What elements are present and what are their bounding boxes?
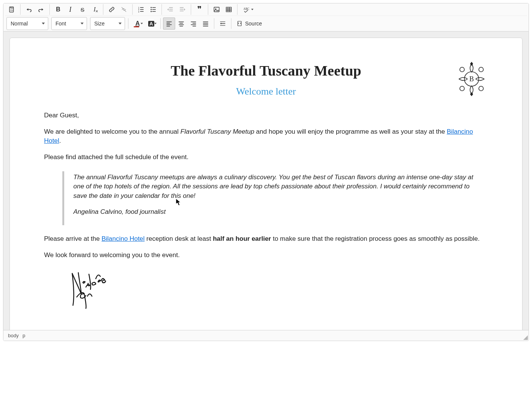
document-subtitle[interactable]: Welcome letter <box>44 86 488 97</box>
svg-rect-13 <box>152 9 156 10</box>
svg-rect-35 <box>179 24 184 25</box>
arrival-paragraph[interactable]: Please arrive at the Bilancino Hotel rec… <box>44 234 488 244</box>
font-size-value: Size <box>94 21 104 27</box>
svg-point-50 <box>479 67 483 72</box>
svg-rect-21 <box>214 7 219 12</box>
bulleted-list-button[interactable] <box>147 3 159 16</box>
arrival-text-1: Please arrive at the <box>44 235 101 242</box>
svg-rect-15 <box>169 7 173 8</box>
outdent-button[interactable] <box>164 3 176 16</box>
svg-rect-46 <box>220 25 225 26</box>
svg-rect-37 <box>191 22 196 22</box>
spellcheck-button[interactable]: ABC <box>240 3 255 16</box>
svg-rect-38 <box>193 23 196 24</box>
svg-rect-43 <box>203 24 208 25</box>
align-right-button[interactable] <box>187 17 200 30</box>
svg-rect-6 <box>140 7 144 8</box>
svg-rect-30 <box>166 23 170 24</box>
svg-rect-8 <box>140 11 144 12</box>
closing-paragraph[interactable]: We look forward to welcoming you to the … <box>44 251 488 260</box>
document-page[interactable]: B The Flavorful Tuscany Meetup Welcome l… <box>10 38 522 330</box>
svg-rect-42 <box>203 23 208 24</box>
svg-point-49 <box>460 67 464 72</box>
svg-rect-34 <box>180 23 183 24</box>
table-button[interactable] <box>223 3 235 16</box>
indent-button[interactable] <box>176 3 188 16</box>
schedule-paragraph[interactable]: Please find attached the full schedule o… <box>44 153 488 162</box>
quote-body: The annual Flavorful Tuscany meetups are… <box>73 173 483 201</box>
svg-text:B: B <box>469 75 474 83</box>
font-family-value: Font <box>55 21 66 27</box>
signature-image <box>65 267 488 311</box>
svg-rect-36 <box>180 26 183 27</box>
svg-rect-16 <box>169 9 173 10</box>
background-color-button[interactable]: A <box>144 17 158 30</box>
export-pdf-button[interactable]: PDF <box>6 3 18 16</box>
source-label: Source <box>245 21 262 27</box>
paragraph-format-value: Normal <box>11 21 28 27</box>
editor-canvas[interactable]: B The Flavorful Tuscany Meetup Welcome l… <box>3 32 529 330</box>
svg-point-10 <box>150 9 152 10</box>
svg-rect-23 <box>226 7 231 12</box>
svg-point-9 <box>150 7 152 8</box>
arrival-bold: half an hour earlier <box>213 235 271 242</box>
align-left-button[interactable] <box>163 17 175 30</box>
paragraph-format-select[interactable]: Normal <box>6 17 48 30</box>
svg-rect-31 <box>166 24 172 25</box>
svg-rect-41 <box>203 22 208 22</box>
intro-text-3: . <box>59 137 61 144</box>
svg-point-11 <box>150 11 152 12</box>
editor-toolbar: PDF B I S I✕ <box>3 3 529 32</box>
text-color-button[interactable]: A <box>131 17 144 30</box>
intro-italic: Flavorful Tuscany Meetup <box>180 128 254 135</box>
svg-text:ABC: ABC <box>244 7 249 11</box>
remove-format-button[interactable]: I✕ <box>89 3 101 16</box>
svg-rect-18 <box>180 7 184 8</box>
intro-text-2: and hope you will enjoy the programme as… <box>254 128 447 135</box>
greeting-line[interactable]: Dear Guest, <box>44 111 488 120</box>
link-button[interactable] <box>106 3 118 16</box>
svg-rect-19 <box>180 9 184 10</box>
font-family-select[interactable]: Font <box>51 17 87 30</box>
path-crumb-p[interactable]: p <box>22 333 25 338</box>
resize-grip[interactable] <box>523 335 528 340</box>
svg-rect-32 <box>166 26 170 27</box>
align-justify-button[interactable] <box>200 17 212 30</box>
svg-rect-20 <box>180 11 184 11</box>
font-size-select[interactable]: Size <box>90 17 125 30</box>
rich-text-editor: PDF B I S I✕ <box>3 3 529 341</box>
document-logo-icon: B <box>455 61 488 99</box>
numbered-list-button[interactable]: 123 <box>135 3 147 16</box>
svg-rect-7 <box>140 9 144 10</box>
intro-text-1: We are delighted to welcome you to the a… <box>44 128 180 135</box>
path-crumb-body[interactable]: body <box>8 333 19 338</box>
document-title[interactable]: The Flavorful Tuscany Meetup <box>44 62 488 79</box>
italic-button[interactable]: I <box>64 3 76 16</box>
strikethrough-button[interactable]: S <box>76 3 89 16</box>
undo-button[interactable] <box>23 3 35 16</box>
align-center-button[interactable] <box>175 17 187 30</box>
svg-point-51 <box>460 86 464 91</box>
svg-rect-14 <box>152 11 156 12</box>
source-button[interactable]: Source <box>234 17 265 30</box>
svg-text:PDF: PDF <box>10 9 14 11</box>
unlink-button[interactable] <box>118 3 130 16</box>
svg-rect-29 <box>166 22 172 22</box>
blockquote-button[interactable]: ❞ <box>193 3 206 16</box>
svg-text:3: 3 <box>138 11 139 13</box>
svg-rect-33 <box>179 22 184 22</box>
svg-rect-17 <box>169 11 173 11</box>
redo-button[interactable] <box>35 3 47 16</box>
arrival-text-2: reception desk at least <box>145 235 213 242</box>
testimonial-blockquote[interactable]: The annual Flavorful Tuscany meetups are… <box>62 171 488 226</box>
svg-point-52 <box>479 86 483 91</box>
hotel-link-2[interactable]: Bilancino Hotel <box>101 235 144 242</box>
svg-rect-12 <box>152 7 156 8</box>
arrival-text-3: to make sure that the registration proce… <box>271 235 480 242</box>
quote-attribution: Angelina Calvino, food journalist <box>73 207 483 217</box>
insert-horizontal-line-button[interactable] <box>217 17 229 30</box>
intro-paragraph[interactable]: We are delighted to welcome you to the a… <box>44 127 488 146</box>
bold-button[interactable]: B <box>52 3 64 16</box>
image-button[interactable] <box>211 3 223 16</box>
svg-rect-45 <box>220 22 225 22</box>
